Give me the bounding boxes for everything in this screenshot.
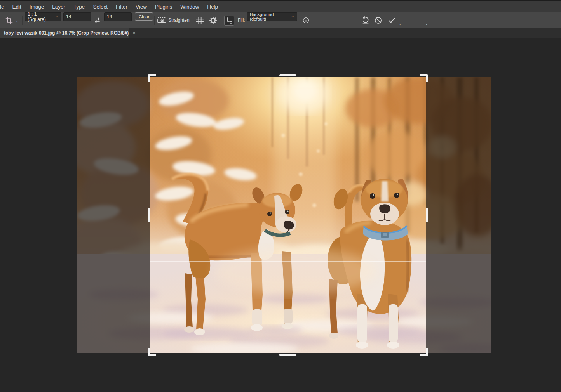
thirds-grid-line — [334, 76, 334, 354]
straighten-label[interactable]: Straighten — [168, 12, 190, 28]
crop-handle-bottom[interactable] — [279, 354, 296, 356]
document-title: toby-levi-wasik-001.jpg @ 16.7% (Crop Pr… — [4, 30, 129, 36]
crop-handle-right[interactable] — [426, 208, 428, 222]
separator — [3, 16, 3, 25]
menu-select[interactable]: Select — [92, 4, 108, 10]
thirds-grid-line — [150, 261, 426, 262]
crop-handle-top-left[interactable] — [148, 74, 156, 82]
menu-layer[interactable]: Layer — [51, 4, 66, 10]
commit-crop-icon[interactable] — [387, 12, 396, 28]
thirds-grid-line — [242, 76, 242, 354]
crop-handle-top-right[interactable] — [420, 74, 428, 82]
thirds-grid-line — [150, 169, 426, 169]
reset-crop-icon[interactable] — [361, 12, 370, 28]
menu-edit[interactable]: Edit — [12, 4, 22, 10]
fill-label: Fill: — [238, 12, 245, 28]
menu-window[interactable]: Window — [179, 4, 200, 10]
menu-filter[interactable]: Filter — [115, 4, 128, 10]
tool-preset-chevron-icon[interactable]: ⌄ — [15, 12, 19, 28]
crop-box[interactable] — [150, 76, 426, 354]
crop-shield-right — [426, 77, 491, 353]
menu-plugins[interactable]: Plugins — [154, 4, 173, 10]
crop-handle-left[interactable] — [148, 208, 150, 222]
crop-width-input[interactable] — [63, 12, 91, 21]
menu-view[interactable]: View — [135, 4, 148, 10]
separator — [300, 16, 300, 25]
info-icon[interactable] — [303, 12, 309, 28]
separator — [22, 16, 23, 25]
aspect-ratio-dropdown[interactable]: 1 : 1 (Square) ⌄ — [25, 12, 61, 21]
chevron-down-icon: ⌄ — [55, 14, 59, 19]
delete-cropped-pixels-toggle[interactable] — [224, 16, 234, 26]
swap-width-height-icon[interactable] — [93, 12, 101, 28]
straighten-icon[interactable] — [157, 12, 167, 28]
separator — [221, 16, 221, 25]
clear-button[interactable]: Clear — [135, 12, 153, 21]
crop-handle-bottom-left[interactable] — [148, 348, 156, 356]
overlay-grid-options-icon[interactable]: ⌄ — [196, 12, 204, 28]
separator — [154, 16, 155, 25]
fill-mode-dropdown[interactable]: Background (default) ⌄ — [247, 12, 297, 21]
crop-tool-icon[interactable] — [5, 12, 13, 28]
document-tab[interactable]: toby-levi-wasik-001.jpg @ 16.7% (Crop Pr… — [0, 28, 129, 38]
menu-type[interactable]: Type — [73, 4, 85, 10]
crop-shield-left — [77, 77, 150, 353]
photo-two-dogs-snow — [77, 77, 491, 353]
close-icon[interactable]: × — [132, 30, 136, 35]
menu-bar: le Edit Image Layer Type Select Filter V… — [0, 1, 561, 12]
photoshop-window: le Edit Image Layer Type Select Filter V… — [0, 0, 561, 392]
separator — [193, 16, 193, 25]
document-tab-bar: toby-levi-wasik-001.jpg @ 16.7% (Crop Pr… — [0, 28, 561, 38]
crop-handle-top[interactable] — [279, 74, 296, 76]
menu-image[interactable]: Image — [29, 4, 45, 10]
chevron-down-icon: ⌄ — [291, 14, 294, 19]
crop-settings-gear-icon[interactable]: ⌄ — [209, 12, 217, 28]
menu-help[interactable]: Help — [206, 4, 219, 10]
menu-file-partial[interactable]: le — [0, 4, 5, 10]
crop-height-input[interactable] — [104, 12, 132, 21]
cancel-crop-icon[interactable] — [374, 12, 382, 28]
crop-handle-bottom-right[interactable] — [420, 348, 428, 356]
crop-options-bar: ⌄ 1 : 1 (Square) ⌄ Clear — [0, 12, 561, 28]
canvas-area — [0, 38, 561, 392]
